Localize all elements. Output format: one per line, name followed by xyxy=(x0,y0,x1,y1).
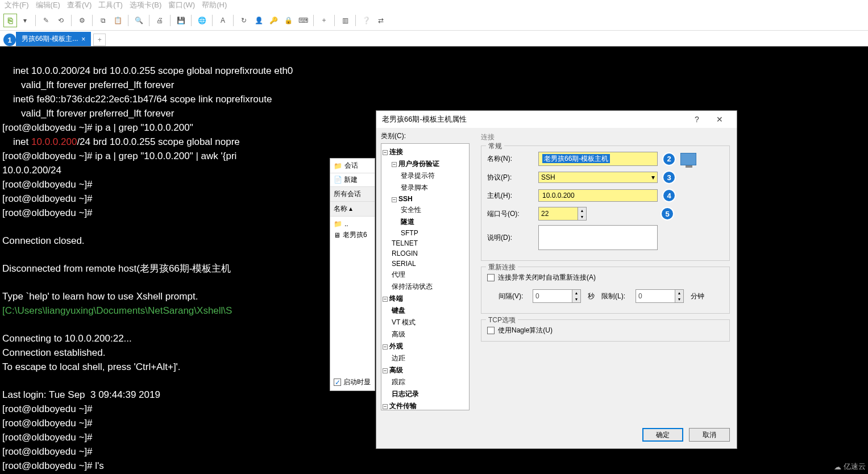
group-general: 常规 名称(N): 老男孩66期-模板主机 2 协议(P): SSH▾ 3 主机… xyxy=(481,145,730,261)
tree-serial[interactable]: SERIAL xyxy=(392,260,416,268)
collapse-icon[interactable]: − xyxy=(383,404,388,409)
menu-tab[interactable]: 选项卡(B) xyxy=(130,0,161,10)
list-item[interactable]: 🖥老男孩6 xyxy=(334,229,371,241)
collapse-icon[interactable]: − xyxy=(383,150,388,155)
tree-sftp[interactable]: SFTP xyxy=(401,229,418,237)
folder-icon: 📁 xyxy=(334,220,342,228)
keyboard-icon[interactable]: ⌨ xyxy=(296,14,310,27)
reconnect-icon[interactable]: ⟲ xyxy=(54,14,68,27)
sessions-column[interactable]: 名称 ▴ xyxy=(330,202,375,217)
new-icon[interactable]: 📄 xyxy=(334,176,342,184)
tree-vt[interactable]: VT 模式 xyxy=(392,318,416,326)
host-input[interactable] xyxy=(538,189,658,202)
new-session-button[interactable]: 新建 xyxy=(344,176,358,184)
menu-edit[interactable]: 编辑(E) xyxy=(36,0,60,10)
section-title: 连接 xyxy=(481,131,730,145)
properties-dialog: 老男孩66期-模板主机属性 ? ✕ 类别(C): −连接 −用户身份验证 登录提… xyxy=(376,110,737,449)
tree-ssh[interactable]: SSH xyxy=(398,195,413,203)
spin-up-icon[interactable]: ▲ xyxy=(675,290,683,296)
tree-tunnel[interactable]: 隧道 xyxy=(401,218,414,226)
spin-down-icon[interactable]: ▼ xyxy=(578,214,586,220)
tree-terminal[interactable]: 终端 xyxy=(389,294,403,302)
refresh-icon[interactable]: ↻ xyxy=(237,14,251,27)
spin-down-icon[interactable]: ▼ xyxy=(572,296,580,302)
tree-filetransfer[interactable]: 文件传输 xyxy=(389,402,417,410)
menu-file[interactable]: 文件(F) xyxy=(5,0,29,10)
tree-rlogin[interactable]: RLOGIN xyxy=(392,250,418,257)
tree-loginscript[interactable]: 登录脚本 xyxy=(401,184,428,192)
font-icon[interactable]: A xyxy=(216,14,230,27)
menu-help[interactable]: 帮助(H) xyxy=(202,0,227,10)
nagle-checkbox[interactable] xyxy=(487,327,495,334)
cancel-button[interactable]: 取消 xyxy=(689,428,730,442)
tree-keepalive[interactable]: 保持活动状态 xyxy=(392,282,433,290)
tree-margin[interactable]: 边距 xyxy=(392,354,405,362)
startup-checkbox[interactable]: ✓ xyxy=(334,379,341,386)
tree-adv[interactable]: 高级 xyxy=(389,366,403,374)
port-stepper[interactable]: ▲▼ xyxy=(538,207,587,221)
minutes-label: 分钟 xyxy=(691,292,704,301)
search-icon[interactable]: 🔍 xyxy=(132,14,146,27)
menu-view[interactable]: 查看(V) xyxy=(67,0,92,10)
collapse-icon[interactable]: − xyxy=(392,197,397,202)
limit-input[interactable] xyxy=(636,289,675,303)
description-textarea[interactable] xyxy=(538,225,658,250)
tree-appearance[interactable]: 外观 xyxy=(389,342,403,350)
protocol-select[interactable]: SSH▾ xyxy=(538,172,658,183)
menu-tools[interactable]: 工具(T) xyxy=(98,0,123,10)
tab-close-icon[interactable]: × xyxy=(81,35,85,43)
properties-icon[interactable]: ⚙ xyxy=(75,14,89,27)
list-item[interactable]: 📁.. xyxy=(334,219,371,229)
limit-stepper[interactable]: ▲▼ xyxy=(636,289,684,303)
user-icon[interactable]: 👤 xyxy=(252,14,265,27)
new-session-icon[interactable]: ⎘ xyxy=(3,14,17,27)
spin-up-icon[interactable]: ▲ xyxy=(572,290,580,296)
tree-trace[interactable]: 跟踪 xyxy=(392,378,405,386)
interval-stepper[interactable]: ▲▼ xyxy=(533,289,581,303)
lock-icon[interactable]: 🔒 xyxy=(281,14,295,27)
menu-window[interactable]: 窗口(W) xyxy=(168,0,195,10)
port-input[interactable] xyxy=(538,207,578,221)
help-icon[interactable]: ? xyxy=(686,115,708,124)
split-icon[interactable]: ▥ xyxy=(338,14,352,27)
add-tab-button[interactable]: + xyxy=(93,34,106,46)
spin-up-icon[interactable]: ▲ xyxy=(578,207,586,214)
sessions-breadcrumb[interactable]: 所有会话 xyxy=(330,187,375,202)
ok-button[interactable]: 确定 xyxy=(642,428,683,442)
tree-telnet[interactable]: TELNET xyxy=(392,239,418,247)
collapse-icon[interactable]: − xyxy=(383,368,388,373)
key-icon[interactable]: 🔑 xyxy=(267,14,280,27)
separator xyxy=(170,15,171,26)
close-icon[interactable]: ✕ xyxy=(708,115,731,124)
dropdown-icon[interactable]: ▾ xyxy=(18,14,32,27)
highlighter-icon[interactable]: ✎ xyxy=(39,14,53,27)
add-icon[interactable]: ＋ xyxy=(317,14,331,27)
collapse-icon[interactable]: − xyxy=(392,162,397,167)
print-icon[interactable]: 🖨 xyxy=(153,14,167,27)
category-tree[interactable]: −连接 −用户身份验证 登录提示符 登录脚本 −SSH 安全性 隧道 SFTP … xyxy=(381,143,470,410)
transfer-icon[interactable]: ⇄ xyxy=(374,14,388,27)
tree-security[interactable]: 安全性 xyxy=(401,206,421,214)
paste-icon[interactable]: 📋 xyxy=(111,14,124,27)
terminal-line: [root@oldboyedu ~]# xyxy=(2,193,93,204)
spin-down-icon[interactable]: ▼ xyxy=(675,296,683,302)
dialog-titlebar[interactable]: 老男孩66期-模板主机属性 ? ✕ xyxy=(376,111,737,128)
collapse-icon[interactable]: − xyxy=(383,297,388,302)
auto-reconnect-checkbox[interactable] xyxy=(487,274,495,281)
collapse-icon[interactable]: − xyxy=(383,344,388,350)
tree-auth[interactable]: 用户身份验证 xyxy=(398,160,439,168)
tree-loginprompt[interactable]: 登录提示符 xyxy=(401,172,435,180)
session-tab[interactable]: 男孩66期-模板主... × xyxy=(16,32,91,46)
tree-advanced[interactable]: 高级 xyxy=(392,330,405,338)
save-icon[interactable]: 💾 xyxy=(174,14,188,27)
tree-logging[interactable]: 日志记录 xyxy=(392,390,419,398)
interval-input[interactable] xyxy=(533,289,572,303)
separator xyxy=(355,15,356,26)
tree-keyboard[interactable]: 键盘 xyxy=(392,306,405,314)
copy-icon[interactable]: ⧉ xyxy=(96,14,110,27)
help-icon[interactable]: ❔ xyxy=(359,14,373,27)
name-input[interactable]: 老男孩66期-模板主机 xyxy=(538,152,658,166)
tree-connection[interactable]: 连接 xyxy=(389,148,403,156)
globe-icon[interactable]: 🌐 xyxy=(195,14,209,27)
tree-proxy[interactable]: 代理 xyxy=(392,271,405,278)
